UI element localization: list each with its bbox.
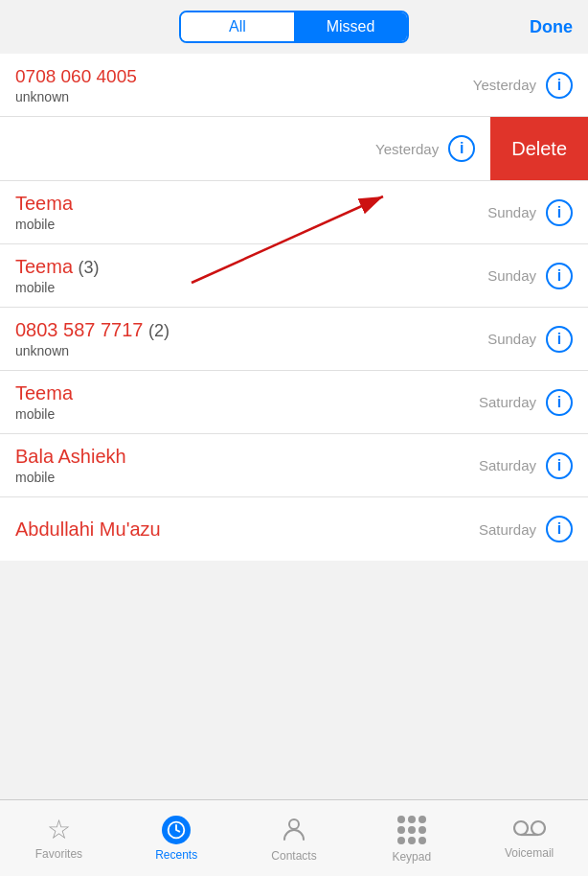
call-info: Teema (3) mobile xyxy=(15,256,487,295)
list-item: Teema (3) mobile Sunday i xyxy=(0,244,588,308)
list-item: 0708 060 4005 unknown Yesterday i xyxy=(0,54,588,117)
call-time: Yesterday xyxy=(473,77,536,93)
list-item: 0803 587 7717 (2) unknown Sunday i xyxy=(0,308,588,371)
top-bar: All Missed Done xyxy=(0,0,588,54)
call-type: mobile xyxy=(15,406,479,422)
tab-contacts[interactable]: Contacts xyxy=(265,815,323,863)
call-info: Teema mobile xyxy=(15,382,479,422)
call-type: unknown xyxy=(15,89,473,104)
call-type: mobile xyxy=(15,217,487,232)
list-item: Abdullahi Mu'azu Saturday i xyxy=(0,497,588,561)
call-right: Saturday i xyxy=(479,389,573,416)
info-button[interactable]: i xyxy=(546,452,573,479)
tab-label-contacts: Contacts xyxy=(271,849,316,863)
all-tab-button[interactable]: All xyxy=(181,12,294,41)
call-name[interactable]: 0708 060 4005 xyxy=(15,66,473,87)
swiped-row: Yesterday i Delete xyxy=(0,117,588,181)
tab-bar: ☆ Favorites Recents Contacts Keypad xyxy=(0,799,588,876)
tab-favorites[interactable]: ☆ Favorites xyxy=(30,817,87,861)
info-button[interactable]: i xyxy=(546,199,573,226)
call-time: Saturday xyxy=(479,457,536,473)
call-name[interactable]: 0803 587 7717 (2) xyxy=(15,319,487,341)
call-time: Sunday xyxy=(487,331,536,347)
person-icon xyxy=(281,815,307,845)
call-type: mobile xyxy=(15,280,487,295)
call-time: Saturday xyxy=(479,521,536,538)
call-right: Saturday i xyxy=(479,516,573,542)
keypad-icon xyxy=(397,816,426,844)
swiped-right: Yesterday i xyxy=(375,135,475,162)
svg-point-5 xyxy=(531,821,545,835)
voicemail-icon xyxy=(513,818,546,842)
call-right: Sunday i xyxy=(487,326,573,353)
call-name[interactable]: Teema (3) xyxy=(15,256,487,278)
call-info: Bala Ashiekh mobile xyxy=(15,446,479,485)
call-name[interactable]: Teema xyxy=(15,193,487,215)
delete-button[interactable]: Delete xyxy=(490,117,588,180)
call-right: Saturday i xyxy=(479,452,573,479)
svg-point-3 xyxy=(289,819,299,829)
missed-tab-button[interactable]: Missed xyxy=(294,12,407,41)
call-type: unknown xyxy=(15,343,487,358)
star-icon: ☆ xyxy=(47,817,71,843)
tab-recents[interactable]: Recents xyxy=(147,816,205,862)
tab-label-voicemail: Voicemail xyxy=(505,846,554,860)
call-right: Yesterday i xyxy=(473,72,573,99)
call-type: mobile xyxy=(15,470,479,485)
svg-point-4 xyxy=(514,821,528,835)
info-button[interactable]: i xyxy=(546,326,573,353)
call-list: 0708 060 4005 unknown Yesterday i Yester… xyxy=(0,54,588,561)
tab-label-keypad: Keypad xyxy=(392,850,431,864)
info-button[interactable]: i xyxy=(546,72,573,99)
tab-label-favorites: Favorites xyxy=(35,847,82,861)
call-info: 0708 060 4005 unknown xyxy=(15,66,473,104)
info-button[interactable]: i xyxy=(546,516,573,542)
list-item: Teema mobile Sunday i xyxy=(0,181,588,244)
call-right: Sunday i xyxy=(487,263,573,289)
segment-control: All Missed xyxy=(179,11,409,43)
call-right: Sunday i xyxy=(487,199,573,226)
tab-keypad[interactable]: Keypad xyxy=(383,814,441,864)
tab-label-recents: Recents xyxy=(155,848,197,862)
swiped-content: Yesterday i xyxy=(0,126,490,172)
list-item: Teema mobile Saturday i xyxy=(0,371,588,434)
list-item: Bala Ashiekh mobile Saturday i xyxy=(0,434,588,497)
call-name[interactable]: Bala Ashiekh xyxy=(15,446,479,468)
call-info: Teema mobile xyxy=(15,193,487,232)
call-name[interactable]: Abdullahi Mu'azu xyxy=(15,519,479,541)
call-time: Sunday xyxy=(487,204,536,220)
done-button[interactable]: Done xyxy=(530,17,573,37)
clock-icon xyxy=(162,816,191,844)
call-info: Abdullahi Mu'azu xyxy=(15,519,479,541)
info-button[interactable]: i xyxy=(546,263,573,289)
info-button-swiped[interactable]: i xyxy=(448,135,475,162)
call-time: Saturday xyxy=(479,394,536,410)
call-name[interactable]: Teema xyxy=(15,382,479,404)
info-button[interactable]: i xyxy=(546,389,573,416)
call-time-swiped: Yesterday xyxy=(375,141,439,157)
call-time: Sunday xyxy=(487,267,536,284)
call-info: 0803 587 7717 (2) unknown xyxy=(15,319,487,358)
tab-voicemail[interactable]: Voicemail xyxy=(501,818,558,860)
